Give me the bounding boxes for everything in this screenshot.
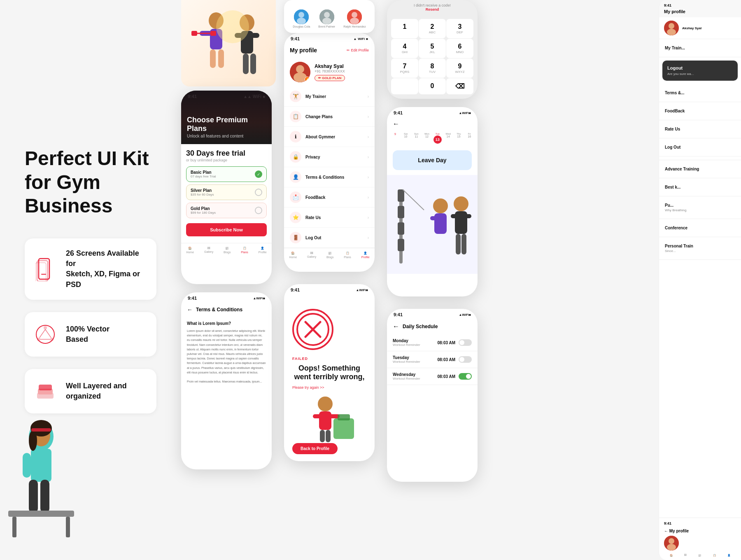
- svg-rect-71: [338, 414, 350, 420]
- key-0[interactable]: 0: [419, 78, 446, 94]
- svg-rect-60: [461, 234, 466, 254]
- retry-link[interactable]: Please try again >>: [292, 385, 366, 390]
- rate-icon: ⭐: [290, 212, 301, 223]
- right-best[interactable]: Best k...: [659, 178, 741, 196]
- feature-card-screens: 26 Screens Available for Sketch, XD, Fig…: [25, 238, 156, 300]
- svg-point-83: [322, 18, 331, 24]
- svg-point-64: [318, 397, 333, 411]
- svg-rect-69: [326, 430, 331, 442]
- key-1[interactable]: 1: [391, 19, 418, 38]
- schedule-back[interactable]: ←: [393, 323, 399, 330]
- profile-nav-profile[interactable]: 👤Profile: [361, 252, 370, 259]
- failed-content: FAILED Oops! Something went terribly wro…: [292, 309, 366, 454]
- right-panel-header: 9:41 My profile: [659, 0, 741, 17]
- key-delete[interactable]: ⌫: [446, 78, 473, 94]
- right-advance-training[interactable]: Advance Training: [659, 160, 741, 178]
- svg-rect-47: [398, 206, 404, 218]
- right-conference[interactable]: Conference: [659, 219, 741, 237]
- phone-failed: 9:41 ▲WiFi■ FAILED Oops! Something went …: [284, 284, 375, 461]
- left-panel: Perfect UI Kit for Gym Business 26 Scree…: [0, 0, 181, 560]
- menu-change-plans[interactable]: 📋 Change Plans ›: [284, 107, 375, 127]
- right-personal-train[interactable]: Personal Train Since...: [659, 237, 741, 260]
- svg-point-73: [669, 23, 674, 29]
- menu-logout[interactable]: 🚪 Log Out ›: [284, 228, 375, 248]
- logout-title: Logout: [667, 65, 733, 70]
- right-foodback[interactable]: FoodBack: [659, 102, 741, 120]
- right-why-breathing[interactable]: Pu... Why Breathing: [659, 196, 741, 219]
- profile-nav-home[interactable]: 🏠Home: [289, 252, 297, 259]
- svg-rect-65: [319, 411, 331, 430]
- schedule-status-bar: 9:41 ▲WiFi■: [387, 309, 478, 319]
- key-4[interactable]: 4GHI: [391, 39, 418, 58]
- menu-terms[interactable]: 👤 Terms & Conditions ›: [284, 167, 375, 187]
- right-bottom-icons: 🏠🖼📰📋👤: [664, 554, 736, 557]
- menu-about[interactable]: ℹ About Gymmer ›: [284, 127, 375, 147]
- silver-plan-option[interactable]: Silver Plan $35 for 60 Days: [186, 184, 267, 200]
- svg-rect-18: [29, 480, 38, 513]
- menu-privacy[interactable]: 🔒 Privacy ›: [284, 147, 375, 167]
- key-2[interactable]: 2ABC: [419, 19, 446, 38]
- phone-terms: 9:41 ▲WiFi■ ← Terms & Conditions What is…: [181, 292, 272, 469]
- profile-nav-plans[interactable]: 📋Plans: [344, 252, 351, 259]
- numpad-grid: 1 2ABC 3DEF 4GHI 5JKL 6MNO 7PQRS 8TUV 9W…: [387, 15, 478, 98]
- key-5[interactable]: 5JKL: [419, 39, 446, 58]
- svg-point-55: [454, 196, 468, 211]
- basic-plan-option[interactable]: Basic Plan 07 days free Trial ✓: [186, 166, 267, 182]
- profile-nav-gallery[interactable]: 🖼Gallery: [307, 252, 316, 259]
- key-3[interactable]: 3DEF: [446, 19, 473, 38]
- screens-icon: [33, 257, 58, 281]
- leave-day-button[interactable]: Leave Day: [393, 150, 472, 170]
- plans-nav: 🏠Home 🖼Gallery 📰Blogs 📋Plans 👤Profile: [181, 243, 272, 257]
- menu-feedback[interactable]: 📩 FoodBack ›: [284, 187, 375, 208]
- monday-toggle[interactable]: [459, 339, 472, 346]
- svg-rect-26: [66, 517, 70, 537]
- right-terms[interactable]: Terms &...: [659, 84, 741, 102]
- radio-icon-gold: [255, 207, 262, 214]
- svg-line-8: [40, 329, 45, 338]
- svg-rect-40: [191, 31, 197, 36]
- edit-link[interactable]: ✏ Edit Profile: [347, 48, 369, 52]
- svg-rect-57: [451, 214, 457, 218]
- svg-point-82: [324, 12, 330, 18]
- svg-point-80: [297, 18, 306, 24]
- phone-schedule: 9:41 ▲WiFi■ ← Daily Schedule Monday Work…: [387, 309, 478, 482]
- tuesday-toggle[interactable]: [459, 356, 472, 363]
- right-my-trainer[interactable]: My Train...: [659, 39, 741, 57]
- key-6[interactable]: 6MNO: [446, 39, 473, 58]
- back-arrow[interactable]: ←: [187, 306, 193, 313]
- calendar-back[interactable]: ←: [387, 117, 478, 131]
- back-profile-button[interactable]: Back to Profile: [292, 443, 338, 454]
- terms-header: ← Terms & Conditions: [181, 302, 272, 317]
- profile-nav: 🏠Home 🖼Gallery 📰Blogs 📋Plans 👤Profile: [284, 248, 375, 262]
- svg-rect-66: [313, 414, 321, 418]
- menu-my-trainer[interactable]: 🏋 My Trainer ›: [284, 86, 375, 107]
- trainer-3: Ralph Hernandez: [343, 9, 366, 28]
- resend-link[interactable]: Resend: [426, 7, 439, 12]
- svg-rect-48: [398, 222, 404, 235]
- cal-fri: Fri16: [464, 131, 474, 145]
- key-9[interactable]: 9WXYZ: [446, 58, 473, 78]
- key-8[interactable]: 8TUV: [419, 58, 446, 78]
- failed-label: FAILED: [292, 357, 366, 361]
- nav-plans[interactable]: 📋Plans: [241, 247, 248, 254]
- feature-screens-text: 26 Screens Available for Sketch, XD, Fig…: [66, 248, 148, 290]
- right-training-list: Advance Training Best k... Pu... Why Bre…: [659, 160, 741, 260]
- gold-plan-option[interactable]: Gold Plan $99 for 180 Days: [186, 203, 267, 218]
- right-logout[interactable]: Log Out: [659, 138, 741, 156]
- profile-nav-blogs[interactable]: 📰Blogs: [326, 252, 334, 259]
- right-rate-us[interactable]: Rate Us: [659, 120, 741, 138]
- nav-gallery[interactable]: 🖼Gallery: [204, 247, 213, 254]
- failed-status-bar: 9:41 ▲WiFi■: [284, 284, 375, 296]
- cal-tue-active[interactable]: Tue 13: [433, 131, 443, 145]
- cal-partial: 9: [390, 131, 400, 145]
- wednesday-toggle[interactable]: [459, 373, 472, 380]
- right-username: Akshay Syal: [682, 26, 701, 30]
- nav-profile[interactable]: 👤Profile: [259, 247, 267, 254]
- svg-point-5: [44, 326, 47, 329]
- key-7[interactable]: 7PQRS: [391, 58, 418, 78]
- nav-home[interactable]: 🏠Home: [186, 247, 194, 254]
- plans-subtitle: Unlock all features and content: [187, 134, 266, 138]
- subscribe-button[interactable]: Subscribe Now: [186, 223, 267, 236]
- nav-blogs[interactable]: 📰Blogs: [224, 247, 231, 254]
- menu-rate[interactable]: ⭐ Rate Us ›: [284, 208, 375, 228]
